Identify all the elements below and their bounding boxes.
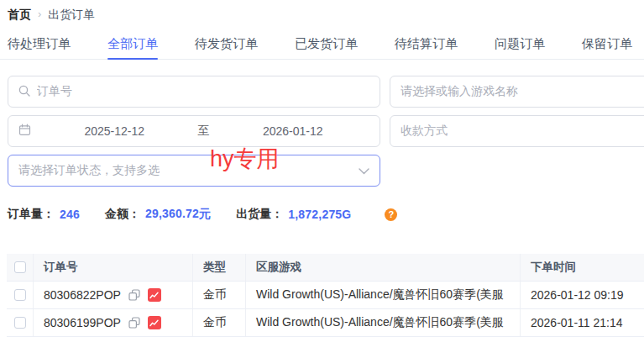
- shipment-label: 出货量：: [236, 207, 283, 222]
- amount-value: 29,360.72元: [145, 207, 211, 222]
- order-count-value: 246: [60, 208, 80, 221]
- col-header-time[interactable]: 下单时间: [521, 254, 644, 281]
- chevron-down-icon: [359, 164, 369, 177]
- date-start-value[interactable]: 2025-12-12: [38, 124, 191, 138]
- hy-annotation-text: hy专用: [210, 144, 280, 174]
- filter-row-2: 2025-12-12 至 2026-01-12 收款方式: [8, 115, 644, 147]
- filter-panel: 订单号 请选择或输入游戏名称 2025-12-12 至 2026-01-12 收…: [0, 76, 644, 187]
- order-tabs: 待处理订单 全部订单 待发货订单 已发货订单 待结算订单 问题订单 保留订单: [0, 35, 644, 60]
- trend-chart-icon[interactable]: [148, 288, 161, 302]
- tab-problem-orders[interactable]: 问题订单: [495, 35, 545, 59]
- search-icon: [18, 85, 30, 99]
- calendar-icon: [18, 124, 31, 139]
- copy-icon[interactable]: [128, 289, 140, 301]
- order-no-text: 80306822POP: [44, 288, 121, 302]
- order-time-cell: 2026-01-12 09:19: [521, 282, 644, 308]
- col-header-order-no[interactable]: 订单号: [34, 254, 193, 281]
- shipment-value: 1,872,275G: [288, 208, 351, 221]
- order-number-input[interactable]: 订单号: [8, 76, 380, 108]
- help-icon[interactable]: ?: [385, 208, 397, 221]
- tab-all-orders[interactable]: 全部订单: [107, 35, 158, 59]
- payment-method-input[interactable]: 收款方式: [390, 115, 644, 147]
- date-range-separator: 至: [198, 124, 210, 139]
- order-no-cell: 80306822POP: [34, 282, 193, 308]
- order-type-cell: 金币: [193, 282, 246, 308]
- order-count-label: 订单量：: [8, 207, 55, 222]
- tab-label: 待发货订单: [195, 36, 258, 50]
- breadcrumb-current: 出货订单: [48, 7, 95, 22]
- tab-label: 已发货订单: [295, 36, 358, 50]
- game-server-cell: Wild Growth(US)-Alliance/魔兽怀旧60赛季(美服: [246, 309, 521, 336]
- tab-label: 全部订单: [107, 36, 158, 50]
- table-row: 80306199POP 金币 Wild Growth(US)-Alliance/…: [7, 309, 644, 337]
- row-checkbox[interactable]: [14, 289, 26, 301]
- tab-to-settle-orders[interactable]: 待结算订单: [395, 35, 458, 59]
- order-status-select[interactable]: 请选择订单状态，支持多选: [8, 155, 380, 187]
- tab-to-ship-orders[interactable]: 待发货订单: [195, 35, 258, 59]
- order-no-cell: 80306199POP: [34, 309, 193, 336]
- game-server-cell: Wild Growth(US)-Alliance/魔兽怀旧60赛季(美服: [246, 282, 521, 308]
- orders-table: 订单号 类型 区服游戏 下单时间 80306822POP 金币 Wild Gro…: [7, 254, 644, 337]
- breadcrumb-separator-icon: ›: [38, 7, 41, 22]
- header-checkbox-cell: [7, 254, 34, 281]
- copy-icon[interactable]: [128, 317, 140, 329]
- trend-chart-icon[interactable]: [148, 316, 161, 329]
- table-row: 80306822POP 金币 Wild Growth(US)-Alliance/…: [7, 282, 644, 309]
- tab-label: 保留订单: [582, 36, 632, 50]
- table-header-row: 订单号 类型 区服游戏 下单时间: [7, 254, 644, 282]
- order-time-cell: 2026-01-11 21:14: [521, 309, 644, 336]
- row-checkbox[interactable]: [14, 317, 26, 329]
- game-name-input[interactable]: 请选择或输入游戏名称: [390, 76, 644, 108]
- row-checkbox-cell: [7, 282, 34, 308]
- tab-shipped-orders[interactable]: 已发货订单: [295, 35, 358, 59]
- date-range-picker[interactable]: 2025-12-12 至 2026-01-12: [8, 115, 380, 147]
- filter-row-1: 订单号 请选择或输入游戏名称: [8, 76, 644, 108]
- tab-label: 问题订单: [495, 36, 545, 50]
- col-header-game[interactable]: 区服游戏: [246, 254, 521, 281]
- date-end-value[interactable]: 2026-01-12: [217, 124, 370, 138]
- summary-bar: 订单量： 246 金额： 29,360.72元 出货量： 1,872,275G …: [0, 207, 644, 222]
- select-all-checkbox[interactable]: [14, 261, 26, 273]
- order-management-page: 首页 › 出货订单 待处理订单 全部订单 待发货订单 已发货订单 待结算订单 问…: [0, 0, 644, 337]
- tab-pending-orders[interactable]: 待处理订单: [8, 35, 71, 59]
- order-type-cell: 金币: [193, 309, 246, 336]
- order-count-stat: 订单量： 246: [8, 207, 80, 222]
- shipment-stat: 出货量： 1,872,275G: [236, 207, 351, 222]
- tab-held-orders[interactable]: 保留订单: [582, 35, 632, 59]
- amount-label: 金额：: [105, 207, 140, 222]
- row-checkbox-cell: [7, 309, 34, 336]
- tab-label: 待结算订单: [395, 36, 458, 50]
- filter-row-3: 请选择订单状态，支持多选 hy专用: [8, 155, 644, 187]
- payment-method-placeholder: 收款方式: [401, 124, 448, 139]
- amount-stat: 金额： 29,360.72元: [105, 207, 211, 222]
- tab-label: 待处理订单: [8, 36, 71, 50]
- order-status-placeholder: 请选择订单状态，支持多选: [18, 163, 160, 178]
- col-header-type[interactable]: 类型: [193, 254, 246, 281]
- order-number-placeholder: 订单号: [37, 84, 72, 99]
- game-name-placeholder: 请选择或输入游戏名称: [401, 84, 518, 99]
- order-no-text: 80306199POP: [44, 316, 121, 329]
- breadcrumb-home[interactable]: 首页: [8, 7, 31, 22]
- breadcrumb: 首页 › 出货订单: [0, 0, 644, 22]
